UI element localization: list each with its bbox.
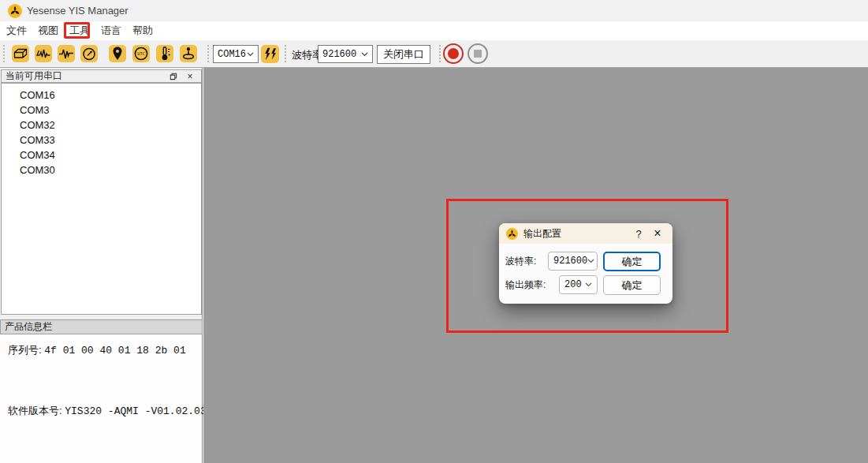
menu-tools[interactable]: 工具 <box>64 24 95 38</box>
product-info-header: 产品信息栏 <box>0 319 203 334</box>
close-serial-port-button[interactable]: 关闭串口 <box>377 45 430 64</box>
yesense-logo-icon <box>8 4 22 18</box>
title-bar: Yesense YIS Manager <box>0 0 868 21</box>
stop-button[interactable] <box>468 43 488 64</box>
app-title: Yesense YIS Manager <box>27 5 129 17</box>
dialog-frequency-label: 输出频率: <box>505 275 546 295</box>
list-item[interactable]: COM16 <box>2 88 201 103</box>
software-version-label: 软件版本号: <box>8 405 62 416</box>
serial-number-value: 4f 01 00 40 01 18 2b 01 <box>44 345 185 357</box>
toolbar-drag-handle[interactable] <box>2 44 6 64</box>
pulse-waveform-icon[interactable] <box>58 45 75 62</box>
software-version-row: 软件版本号: YIS320 -AQMI -V01.02.03; <box>8 404 212 418</box>
gauge-icon[interactable] <box>80 45 98 62</box>
dialog-baud-label: 波特率: <box>505 252 536 271</box>
toolbar-drag-handle[interactable] <box>438 44 442 64</box>
baud-rate-value: 921600 <box>322 49 356 60</box>
toolbar-drag-handle[interactable] <box>207 44 210 64</box>
serial-ports-panel-title: 当前可用串口 <box>2 69 166 83</box>
serial-port-list: COM16 COM3 COM32 COM33 COM34 COM30 <box>1 83 202 315</box>
dialog-titlebar[interactable]: 输出配置 ? × <box>499 223 672 244</box>
baud-rate-select[interactable]: 921600 <box>318 45 373 63</box>
barometer-icon[interactable] <box>180 45 197 62</box>
menu-language[interactable]: 语言 <box>95 24 127 38</box>
dialog-close-icon[interactable]: × <box>647 226 668 241</box>
dialog-help-button[interactable]: ? <box>630 228 647 240</box>
chevron-down-icon <box>361 52 368 57</box>
chevron-down-icon <box>587 259 594 263</box>
yesense-logo-icon <box>506 228 518 240</box>
panel-close-icon[interactable]: × <box>184 71 196 82</box>
output-config-dialog: 输出配置 ? × 波特率: 921600 确定 输出频率: 200 确定 <box>499 223 672 304</box>
list-item[interactable]: COM32 <box>2 118 201 133</box>
menu-view[interactable]: 视图 <box>32 24 64 38</box>
dialog-baud-confirm-button[interactable]: 确定 <box>603 252 661 271</box>
location-pin-icon[interactable] <box>109 45 126 62</box>
com-port-value: COM16 <box>218 49 246 60</box>
app-window: Yesense YIS Manager 文件 视图 工具 语言 帮助 <box>0 0 868 463</box>
left-dock-panel: 当前可用串口 × COM16 COM3 COM32 COM33 COM34 CO… <box>0 68 203 463</box>
stop-square-icon <box>474 50 482 58</box>
dialog-title: 输出配置 <box>523 227 630 241</box>
serial-number-row: 序列号: 4f 01 00 40 01 18 2b 01 <box>8 343 186 357</box>
product-info-body: 序列号: 4f 01 00 40 01 18 2b 01 软件版本号: YIS3… <box>0 334 202 463</box>
serial-ports-panel-titlebar: 当前可用串口 × <box>1 69 202 83</box>
cube-3d-icon[interactable] <box>12 45 29 62</box>
list-item[interactable]: COM3 <box>2 103 201 118</box>
list-item[interactable]: COM33 <box>2 133 201 147</box>
panel-float-icon[interactable] <box>166 71 179 82</box>
svg-text:UTC: UTC <box>137 51 144 56</box>
angle-waveform-icon[interactable] <box>35 45 52 62</box>
list-item[interactable]: COM30 <box>2 162 201 177</box>
utc-clock-icon[interactable]: UTC <box>132 45 150 62</box>
dialog-baud-value: 921600 <box>553 256 587 267</box>
dialog-baud-row: 波特率: 921600 确定 <box>499 252 672 271</box>
record-button[interactable] <box>443 43 464 64</box>
thermometer-icon[interactable] <box>156 45 173 62</box>
toolbar: UTC COM16 波特率: 921600 关闭串口 <box>0 40 868 68</box>
dialog-baud-select[interactable]: 921600 <box>548 252 598 271</box>
dialog-frequency-confirm-button[interactable]: 确定 <box>603 275 661 295</box>
chevron-down-icon <box>585 282 592 287</box>
toolbar-drag-handle[interactable] <box>284 44 288 64</box>
dialog-frequency-row: 输出频率: 200 确定 <box>499 275 672 295</box>
menu-bar: 文件 视图 工具 语言 帮助 <box>0 21 868 40</box>
list-item[interactable]: COM34 <box>2 147 201 162</box>
dialog-frequency-value: 200 <box>564 279 582 290</box>
refresh-ports-icon[interactable] <box>261 45 279 63</box>
dialog-frequency-select[interactable]: 200 <box>559 275 598 294</box>
serial-number-label: 序列号: <box>8 344 42 356</box>
chevron-down-icon <box>247 52 254 57</box>
com-port-select[interactable]: COM16 <box>213 45 259 63</box>
record-dot-icon <box>448 48 459 59</box>
menu-help[interactable]: 帮助 <box>127 24 158 38</box>
software-version-value: YIS320 -AQMI -V01.02.03; <box>65 405 212 417</box>
menu-file[interactable]: 文件 <box>1 24 32 38</box>
